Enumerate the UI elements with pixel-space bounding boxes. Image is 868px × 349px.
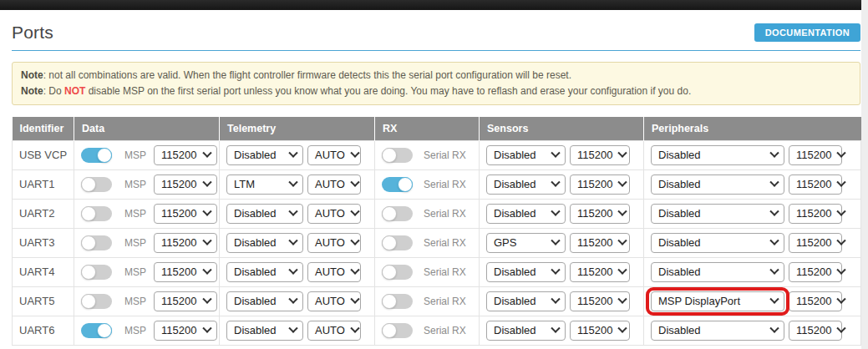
data-msp-toggle[interactable] [81,148,112,163]
data-baud-select[interactable]: 115200 [154,233,217,253]
selected-value: 115200 [796,207,831,220]
sensors-baud-select[interactable]: 115200 [570,291,630,311]
data-baud-select[interactable]: 115200 [154,174,217,195]
data-msp-toggle[interactable] [81,177,112,192]
peripherals-baud-select[interactable]: 115200 [789,233,842,253]
data-msp-toggle[interactable] [81,294,112,309]
data-baud-select[interactable]: 115200 [154,262,217,282]
telemetry-speed-select[interactable]: AUTO [307,204,361,224]
sensors-function-select[interactable]: Disabled [486,262,566,282]
toggle-knob [382,148,397,163]
documentation-button[interactable]: DOCUMENTATION [754,23,860,42]
telemetry-speed-select[interactable]: AUTO [307,174,361,195]
telemetry-function-select[interactable]: Disabled [226,321,303,341]
header-data: Data [74,117,220,140]
sensors-function-select[interactable]: Disabled [486,291,566,311]
data-msp-toggle[interactable] [81,206,112,221]
peripherals-function-select[interactable]: Disabled [651,204,784,224]
serial-rx-toggle[interactable] [382,323,413,338]
selected-value: Disabled [234,324,277,336]
telemetry-function-select[interactable]: Disabled [226,233,303,253]
toggle-knob [97,148,112,163]
sensors-function-select[interactable]: Disabled [486,145,566,165]
sensors-function-select[interactable]: Disabled [486,321,566,341]
port-identifier: UART1 [13,169,74,199]
data-baud-select[interactable]: 115200 [154,204,217,224]
telemetry-speed-select[interactable]: AUTO [307,145,361,165]
page-title: Ports [12,23,53,43]
peripherals-function-select[interactable]: Disabled [651,174,784,195]
telemetry-speed-select[interactable]: AUTO [307,291,361,311]
selected-value: 115200 [577,295,612,307]
sensors-function-select[interactable]: Disabled [486,174,566,195]
sensors-baud-select[interactable]: 115200 [570,262,630,282]
peripherals-baud-select[interactable]: 115200 [789,145,842,165]
serial-rx-toggle[interactable] [382,148,413,163]
msp-label: MSP [124,237,148,249]
chevron-down-icon [837,177,846,186]
selected-value: Disabled [494,149,536,161]
chevron-down-icon [551,265,560,274]
chevron-down-icon [350,148,359,157]
peripherals-baud-select[interactable]: 115200 [789,174,842,195]
sensors-baud-select[interactable]: 115200 [570,233,630,253]
toggle-knob [398,177,413,192]
table-row: UART3 MSP 115200 Disabled AUTO Serial RX [13,228,861,257]
sensors-function-select[interactable]: GPS [486,233,566,253]
peripherals-baud-select[interactable]: 115200 [789,291,842,311]
telemetry-speed-select[interactable]: AUTO [307,321,361,341]
sensors-baud-select[interactable]: 115200 [570,174,630,195]
chevron-down-icon [837,235,846,245]
sensors-baud-select[interactable]: 115200 [570,204,630,224]
telemetry-function-select[interactable]: Disabled [226,145,303,165]
port-identifier: UART2 [13,199,74,228]
toggle-knob [81,235,96,250]
data-msp-toggle[interactable] [81,323,112,338]
serial-rx-toggle[interactable] [382,235,413,250]
toggle-knob [81,206,96,221]
data-baud-select[interactable]: 115200 [154,291,217,311]
note-text: : not all combinations are valid. When t… [43,69,571,81]
telemetry-function-select[interactable]: Disabled [226,291,303,311]
telemetry-function-select[interactable]: Disabled [226,262,303,282]
serial-rx-toggle[interactable] [382,177,413,192]
peripherals-function-select[interactable]: Disabled [651,145,784,165]
selected-value: AUTO [315,178,345,190]
table-row: USB VCP MSP 115200 Disabled AUTO Serial … [13,140,861,169]
data-baud-select[interactable]: 115200 [154,145,217,165]
chevron-down-icon [837,148,846,157]
sensors-baud-select[interactable]: 115200 [570,321,630,341]
telemetry-speed-select[interactable]: AUTO [307,233,361,253]
telemetry-speed-select[interactable]: AUTO [307,262,361,282]
chevron-down-icon [769,177,779,186]
msp-label: MSP [124,296,148,307]
note-label: Note [21,69,43,81]
peripherals-baud-select[interactable]: 115200 [789,204,842,224]
telemetry-function-select[interactable]: Disabled [226,204,303,224]
serial-rx-toggle[interactable] [382,265,413,280]
peripherals-function-select[interactable]: Disabled [651,262,784,282]
peripherals-function-select[interactable]: Disabled [651,233,784,253]
chevron-down-icon [769,265,779,274]
serial-rx-toggle[interactable] [382,294,413,309]
selected-value: Disabled [658,207,701,220]
sensors-baud-select[interactable]: 115200 [570,145,630,165]
selected-value: LTM [234,178,255,190]
peripherals-baud-select[interactable]: 115200 [789,321,842,341]
toggle-knob [97,323,112,338]
highlight-annotation: Disabled [651,233,784,253]
highlight-annotation: Disabled [651,262,784,282]
selected-value: 115200 [161,295,196,307]
table-row: UART6 MSP 115200 Disabled AUTO Serial RX [13,316,861,345]
peripherals-function-select[interactable]: MSP DisplayPort [651,291,784,311]
peripherals-function-select[interactable]: Disabled [651,321,784,341]
telemetry-function-select[interactable]: LTM [226,174,303,195]
data-msp-toggle[interactable] [81,235,112,250]
sensors-function-select[interactable]: Disabled [486,204,566,224]
data-msp-toggle[interactable] [81,265,112,280]
serial-rx-toggle[interactable] [382,206,413,221]
peripherals-baud-select[interactable]: 115200 [789,262,842,282]
selected-value: 115200 [577,324,612,336]
selected-value: 115200 [161,236,196,249]
data-baud-select[interactable]: 115200 [154,321,217,341]
